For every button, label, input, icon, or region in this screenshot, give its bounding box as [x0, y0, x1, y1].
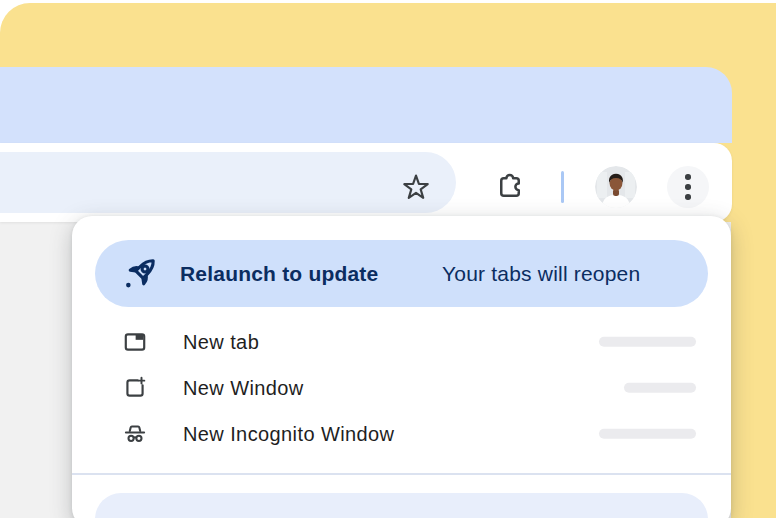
extensions-button[interactable]	[495, 172, 525, 206]
new-tab-icon	[122, 329, 148, 355]
rocket-icon	[119, 251, 163, 295]
browser-menu-button[interactable]	[667, 166, 709, 208]
new-window-icon	[122, 375, 148, 401]
menu-item-label: New tab	[183, 330, 259, 353]
avatar	[595, 166, 637, 208]
shortcut-placeholder	[624, 382, 696, 393]
menu-item-new-window[interactable]: New Window	[72, 364, 731, 411]
shortcut-placeholder	[599, 428, 696, 439]
menu-item-label: New Incognito Window	[183, 422, 394, 445]
profile-button[interactable]	[595, 166, 637, 208]
menu-divider	[72, 473, 731, 475]
toolbar-separator	[561, 171, 564, 203]
incognito-icon	[122, 421, 148, 447]
relaunch-label: Relaunch to update	[180, 240, 378, 307]
menu-item-new-incognito-window[interactable]: New Incognito Window	[72, 410, 731, 457]
address-bar[interactable]	[0, 152, 456, 213]
chrome-update-screenshot: Relaunch to update Your tabs will reopen…	[0, 0, 776, 518]
relaunch-sublabel: Your tabs will reopen	[442, 240, 640, 307]
shortcut-placeholder	[599, 336, 696, 347]
bookmark-button[interactable]	[401, 172, 431, 206]
menu-item-label: New Window	[183, 376, 304, 399]
menu-item-new-tab[interactable]: New tab	[72, 318, 731, 365]
next-menu-group-highlight	[95, 493, 708, 518]
relaunch-banner[interactable]: Relaunch to update Your tabs will reopen	[95, 240, 708, 307]
star-icon	[401, 172, 431, 202]
three-dot-menu-icon	[685, 174, 691, 200]
puzzle-icon	[495, 172, 525, 202]
browser-menu-dropdown: Relaunch to update Your tabs will reopen…	[72, 216, 731, 518]
window-titlebar	[0, 67, 732, 143]
